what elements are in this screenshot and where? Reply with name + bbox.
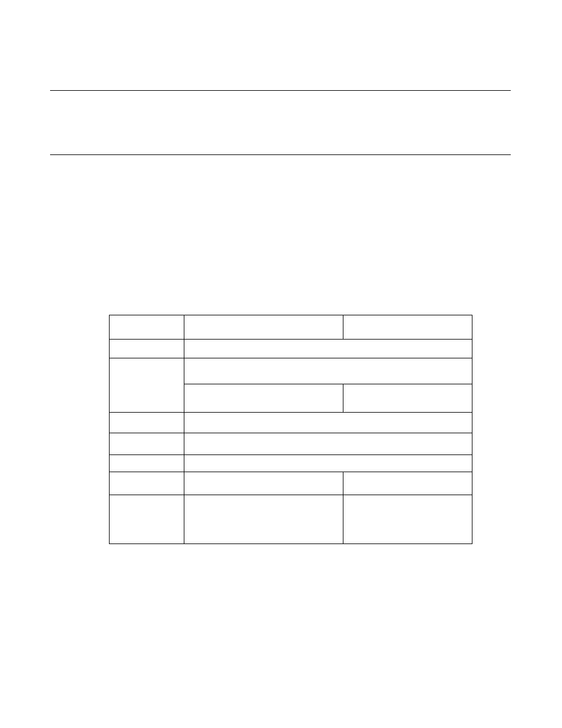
table-row bbox=[110, 472, 472, 495]
table-cell bbox=[110, 433, 184, 455]
table-row bbox=[110, 495, 472, 544]
table-row bbox=[110, 340, 472, 358]
table-cell bbox=[343, 315, 472, 340]
table-cell bbox=[184, 495, 343, 544]
horizontal-rule-second bbox=[50, 154, 511, 155]
table-cell bbox=[184, 384, 343, 413]
table-cell bbox=[110, 495, 184, 544]
table-cell bbox=[110, 472, 184, 495]
table-cell bbox=[110, 315, 184, 340]
table-cell bbox=[110, 455, 184, 472]
table-row bbox=[110, 413, 472, 433]
table-cell bbox=[184, 413, 472, 433]
table-row bbox=[110, 315, 472, 340]
table-cell bbox=[110, 340, 184, 358]
document-page bbox=[0, 0, 562, 728]
table-row bbox=[110, 455, 472, 472]
table-cell bbox=[184, 472, 343, 495]
table-cell bbox=[343, 472, 472, 495]
table-cell bbox=[110, 413, 184, 433]
table-cell bbox=[184, 358, 472, 384]
horizontal-rule-top bbox=[50, 90, 511, 91]
table-cell bbox=[184, 455, 472, 472]
table-cell bbox=[184, 315, 343, 340]
table-cell bbox=[184, 433, 472, 455]
table-row bbox=[110, 433, 472, 455]
table-cell bbox=[110, 358, 184, 413]
data-table bbox=[109, 315, 472, 544]
table-row bbox=[110, 358, 472, 384]
table-cell bbox=[343, 384, 472, 413]
table-cell bbox=[343, 495, 472, 544]
table-cell bbox=[184, 340, 472, 358]
